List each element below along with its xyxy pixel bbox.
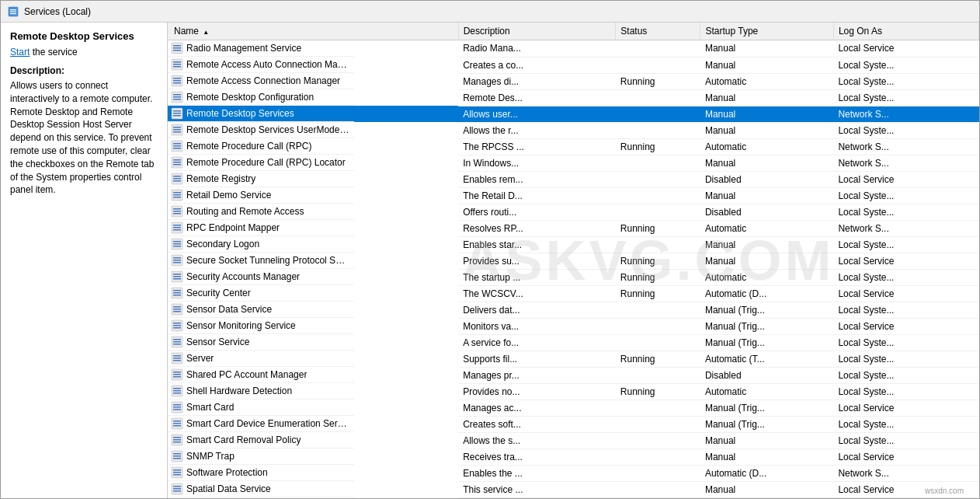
- cell-status: Running: [616, 138, 700, 155]
- table-row[interactable]: Spatial Data ServiceThis service ...Manu…: [168, 481, 979, 497]
- cell-logon: Local Syste...: [833, 432, 978, 448]
- branding-watermark: wsxdn.com: [925, 487, 964, 495]
- cell-logon: Network S...: [833, 465, 978, 481]
- table-row[interactable]: Retail Demo ServiceThe Retail D...Manual…: [168, 187, 979, 204]
- cell-name: Shell Hardware Detection: [168, 383, 354, 400]
- cell-startup: Manual: [700, 481, 833, 497]
- svg-rect-9: [173, 61, 181, 63]
- table-row[interactable]: ServerSupports fil...RunningAutomatic (T…: [168, 351, 979, 367]
- service-icon: [171, 352, 183, 365]
- service-name-text: Retail Demo Service: [186, 190, 271, 201]
- svg-rect-59: [173, 262, 181, 263]
- table-row[interactable]: Remote Access Connection ManagerManages …: [168, 73, 979, 89]
- cell-status: Running: [616, 351, 700, 367]
- table-row[interactable]: Spot VerifierVerifies pote...Manual (Tri…: [168, 497, 979, 498]
- table-row[interactable]: Remote Procedure Call (RPC)The RPCSS ...…: [168, 138, 979, 155]
- cell-status: [616, 57, 700, 73]
- svg-rect-42: [173, 194, 181, 196]
- cell-description: Manages pr...: [458, 367, 616, 383]
- service-icon: [171, 124, 183, 136]
- table-row[interactable]: Secondary LogonEnables star...ManualLoca…: [168, 236, 979, 253]
- cell-status: [616, 448, 700, 465]
- col-header-description[interactable]: Description: [458, 23, 616, 40]
- cell-status: [616, 236, 700, 253]
- cell-status: [616, 400, 700, 416]
- cell-description: Verifies pote...: [458, 497, 616, 498]
- table-row[interactable]: Remote Access Auto Connection ManagerCre…: [168, 57, 979, 73]
- table-row[interactable]: Sensor Monitoring ServiceMonitors va...M…: [168, 318, 979, 334]
- service-icon: [171, 417, 183, 430]
- start-link[interactable]: Start: [10, 47, 30, 58]
- service-icon: [171, 336, 183, 348]
- svg-rect-55: [173, 246, 181, 247]
- cell-description: The WCSCV...: [458, 285, 616, 302]
- cell-logon: Local Syste...: [833, 383, 978, 400]
- svg-rect-115: [173, 490, 181, 492]
- cell-logon: Network S...: [833, 155, 978, 171]
- table-row[interactable]: Remote RegistryEnables rem...DisabledLoc…: [168, 171, 979, 187]
- cell-status: Running: [616, 253, 700, 269]
- svg-rect-79: [173, 344, 181, 345]
- svg-rect-22: [173, 113, 181, 114]
- cell-name: Sensor Monitoring Service: [168, 318, 354, 334]
- cell-startup: Automatic: [700, 73, 833, 89]
- col-header-startup[interactable]: Startup Type: [700, 23, 833, 40]
- cell-description: The startup ...: [458, 269, 616, 285]
- cell-startup: Manual (Trig...: [700, 400, 833, 416]
- cell-description: The RPCSS ...: [458, 138, 616, 155]
- service-name-text: Remote Access Auto Connection Manager: [186, 59, 349, 70]
- table-row[interactable]: Software ProtectionEnables the ...Automa…: [168, 465, 979, 481]
- svg-rect-62: [173, 276, 181, 277]
- cell-startup: Manual: [700, 253, 833, 269]
- table-row[interactable]: Smart Card Device Enumeration ServiceCre…: [168, 416, 979, 432]
- svg-rect-43: [173, 197, 181, 198]
- col-header-status[interactable]: Status: [616, 23, 700, 40]
- cell-name: Spot Verifier: [168, 497, 354, 498]
- service-icon: [171, 254, 183, 267]
- service-description: Allows users to connect interactively to…: [10, 79, 158, 197]
- svg-rect-71: [173, 311, 181, 312]
- table-scroll[interactable]: Name ▲ Description Status Startup Type: [168, 23, 979, 498]
- table-row[interactable]: Smart CardManages ac...Manual (Trig...Lo…: [168, 400, 979, 416]
- window-icon: [7, 5, 19, 18]
- cell-startup: Manual: [700, 448, 833, 465]
- table-row[interactable]: Smart Card Removal PolicyAllows the s...…: [168, 432, 979, 448]
- cell-logon: Local Syste...: [833, 269, 978, 285]
- table-row[interactable]: Security Accounts ManagerThe startup ...…: [168, 269, 979, 285]
- table-row[interactable]: Sensor ServiceA service fo...Manual (Tri…: [168, 334, 979, 351]
- cell-description: Manages di...: [458, 73, 616, 89]
- table-row[interactable]: Sensor Data ServiceDelivers dat...Manual…: [168, 302, 979, 318]
- table-header: Name ▲ Description Status Startup Type: [168, 23, 979, 40]
- svg-rect-70: [173, 309, 181, 310]
- cell-logon: Local Syste...: [833, 302, 978, 318]
- table-row[interactable]: Secure Socket Tunneling Protocol Service…: [168, 253, 979, 269]
- table-row[interactable]: Security CenterThe WCSCV...RunningAutoma…: [168, 285, 979, 302]
- svg-rect-26: [173, 129, 181, 131]
- service-name-text: Remote Desktop Configuration: [186, 92, 314, 103]
- svg-rect-15: [173, 82, 181, 84]
- cell-status: [616, 155, 700, 171]
- table-row[interactable]: Routing and Remote AccessOffers routi...…: [168, 204, 979, 220]
- table-row[interactable]: Remote Desktop Services UserMode Port Re…: [168, 122, 979, 138]
- col-header-name[interactable]: Name ▲: [168, 23, 458, 40]
- table-row[interactable]: Radio Management ServiceRadio Mana...Man…: [168, 40, 979, 58]
- svg-rect-113: [173, 486, 181, 487]
- col-header-logon[interactable]: Log On As: [833, 23, 978, 40]
- cell-startup: Manual (Trig...: [700, 302, 833, 318]
- table-row[interactable]: SNMP TrapReceives tra...ManualLocal Serv…: [168, 448, 979, 465]
- cell-status: [616, 122, 700, 138]
- table-row[interactable]: Shell Hardware DetectionProvides no...Ru…: [168, 383, 979, 400]
- content-area: Remote Desktop Services Start the servic…: [1, 23, 979, 498]
- link-suffix: the service: [33, 47, 78, 58]
- table-row[interactable]: RPC Endpoint MapperResolves RP...Running…: [168, 220, 979, 236]
- cell-description: Manages ac...: [458, 400, 616, 416]
- table-row[interactable]: Remote Desktop ConfigurationRemote Des..…: [168, 89, 979, 106]
- service-name-text: Security Accounts Manager: [186, 271, 300, 282]
- cell-description: Provides no...: [458, 383, 616, 400]
- table-row[interactable]: Shared PC Account ManagerManages pr...Di…: [168, 367, 979, 383]
- table-row[interactable]: Remote Procedure Call (RPC) LocatorIn Wi…: [168, 155, 979, 171]
- cell-status: [616, 334, 700, 351]
- table-row[interactable]: Remote Desktop ServicesAllows user...Man…: [168, 106, 979, 122]
- svg-rect-105: [173, 453, 181, 455]
- service-name-text: Remote Registry: [186, 173, 255, 184]
